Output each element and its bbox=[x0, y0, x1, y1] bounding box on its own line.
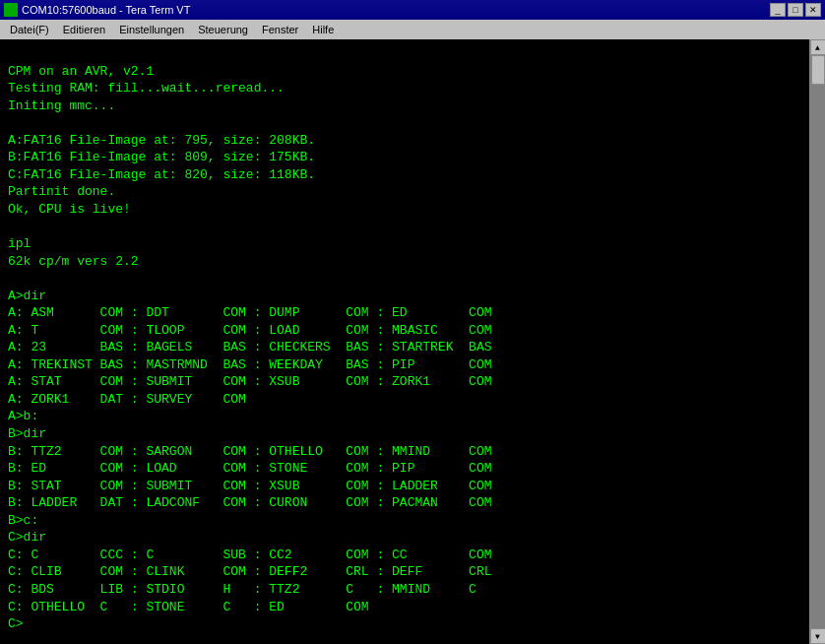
scrollbar-track bbox=[810, 55, 826, 628]
maximize-button[interactable]: □ bbox=[788, 3, 803, 17]
scrollbar-vertical[interactable]: ▲ ▼ bbox=[809, 39, 825, 644]
menu-fenster[interactable]: Fenster bbox=[256, 22, 304, 37]
close-button[interactable]: ✕ bbox=[805, 3, 821, 17]
scroll-down-button[interactable]: ▼ bbox=[810, 628, 826, 644]
menu-steuerung[interactable]: Steuerung bbox=[192, 22, 254, 37]
menubar: Datei(F) Editieren Einstellungen Steueru… bbox=[0, 20, 825, 39]
scrollbar-thumb[interactable] bbox=[811, 55, 825, 85]
titlebar-buttons: _ □ ✕ bbox=[770, 3, 821, 17]
titlebar-left: COM10:57600baud - Tera Term VT bbox=[4, 3, 190, 17]
menu-einstellungen[interactable]: Einstellungen bbox=[113, 22, 190, 37]
scroll-up-button[interactable]: ▲ bbox=[810, 39, 826, 55]
menu-hilfe[interactable]: Hilfe bbox=[306, 22, 340, 37]
menu-editieren[interactable]: Editieren bbox=[57, 22, 111, 37]
minimize-button[interactable]: _ bbox=[770, 3, 786, 17]
window-title: COM10:57600baud - Tera Term VT bbox=[22, 4, 190, 16]
titlebar: COM10:57600baud - Tera Term VT _ □ ✕ bbox=[0, 0, 825, 20]
terminal-output[interactable]: CPM on an AVR, v2.1 Testing RAM: fill...… bbox=[0, 39, 825, 644]
menu-datei[interactable]: Datei(F) bbox=[4, 22, 55, 37]
app-icon bbox=[4, 3, 18, 17]
terminal-wrapper: CPM on an AVR, v2.1 Testing RAM: fill...… bbox=[0, 39, 825, 644]
